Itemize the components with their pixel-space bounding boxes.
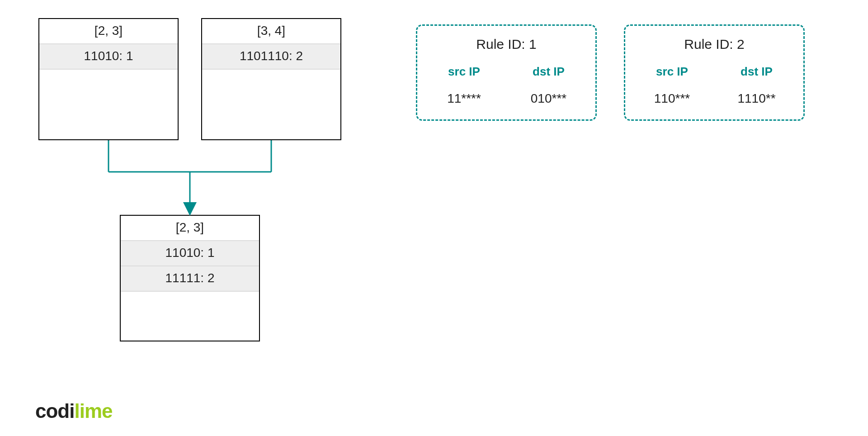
rule-col-src: src IP 110*** [645,65,699,106]
rule-col-head: src IP [448,65,480,79]
rule-col-value: 010*** [531,91,566,106]
rule-box-1: Rule ID: 1 src IP 11**** dst IP 010*** [416,24,597,121]
logo-part-lime: lime [74,400,112,422]
codilime-logo: codilime [35,400,113,422]
rule-col-dst: dst IP 1110** [730,65,784,106]
rule-col-dst: dst IP 010*** [522,65,576,106]
rule-title: Rule ID: 2 [639,37,790,52]
logo-part-codi: codi [35,400,74,422]
rule-col-value: 11**** [447,91,481,106]
rule-col-head: src IP [656,65,688,79]
rule-box-2: Rule ID: 2 src IP 110*** dst IP 1110** [624,24,805,121]
rule-col-value: 110*** [654,91,690,106]
rule-col-head: dst IP [741,65,773,79]
rule-col-head: dst IP [533,65,565,79]
rule-columns: src IP 11**** dst IP 010*** [431,65,582,106]
rule-columns: src IP 110*** dst IP 1110** [639,65,790,106]
rule-col-value: 1110** [737,91,775,106]
rule-col-src: src IP 11**** [437,65,491,106]
diagram-canvas: [2, 3] 11010: 1 [3, 4] 1101110: 2 [2, 3]… [0,0,868,436]
rule-title: Rule ID: 1 [431,37,582,52]
